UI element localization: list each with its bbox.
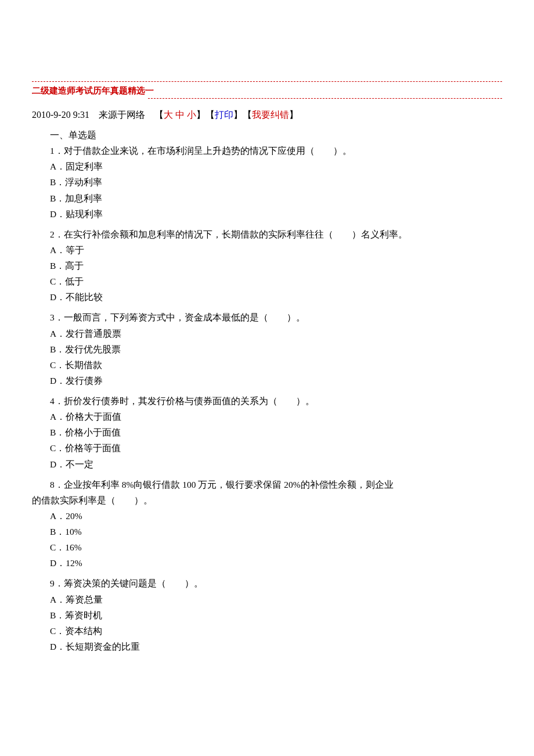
question-option: C．低于 — [32, 273, 502, 289]
question-stem: 3．一般而言，下列筹资方式中，资金成本最低的是（ ）。 — [32, 309, 502, 325]
question-stem: 8．企业按年利率 8%向银行借款 100 万元，银行要求保留 20%的补偿性余额… — [32, 477, 502, 492]
content-body: 一、单选题 1．对于借款企业来说，在市场利润呈上升趋势的情况下应使用（ ）。 A… — [32, 127, 502, 654]
question-option: D．长短期资金的比重 — [32, 639, 502, 654]
correction-group: 【我要纠错】 — [243, 110, 298, 120]
font-size-small[interactable]: 小 — [187, 110, 196, 120]
print-group: 【打印】 — [205, 110, 243, 120]
question-option: B．高于 — [32, 258, 502, 273]
question-option: C．16% — [32, 539, 502, 555]
document-page: 二级建造师考试历年真题精选一 2010-9-20 9:31 来源于网络 【大 中… — [0, 0, 534, 689]
question-option: C．资本结构 — [32, 623, 502, 639]
section-heading: 一、单选题 — [32, 127, 502, 143]
question-option: A．价格大于面值 — [32, 409, 502, 424]
question-option: A．等于 — [32, 242, 502, 258]
question-stem: 2．在实行补偿余额和加息利率的情况下，长期借款的实际利率往往（ ）名义利率。 — [32, 226, 502, 242]
question-option: C．长期借款 — [32, 357, 502, 373]
question-option: B．筹资时机 — [32, 607, 502, 623]
question-option: B．10% — [32, 524, 502, 539]
question-option: D．不一定 — [32, 456, 502, 472]
print-link[interactable]: 打印 — [215, 110, 233, 120]
question-option: A．固定利率 — [32, 159, 502, 174]
meta-source: 来源于网络 — [99, 110, 145, 120]
question-option: C．价格等于面值 — [32, 440, 502, 456]
question-option: B．发行优先股票 — [32, 341, 502, 357]
meta-line: 2010-9-20 9:31 来源于网络 【大 中 小】【打印】【我要纠错】 — [32, 109, 502, 121]
question-option: B．加息利率 — [32, 190, 502, 206]
document-title: 二级建造师考试历年真题精选一 — [32, 82, 154, 99]
font-size-large[interactable]: 大 — [164, 110, 173, 120]
question-stem: 4．折价发行债券时，其发行价格与债券面值的关系为（ ）。 — [32, 393, 502, 409]
question-stem: 9．筹资决策的关键问题是（ ）。 — [32, 575, 502, 591]
question-option: D．发行债券 — [32, 373, 502, 388]
question-option: D．贴现利率 — [32, 206, 502, 222]
question-stem-cont: 的借款实际利率是（ ）。 — [32, 492, 502, 508]
title-block: 二级建造师考试历年真题精选一 — [32, 81, 502, 99]
question-option: A．发行普通股票 — [32, 326, 502, 341]
question-option: D．12% — [32, 555, 502, 571]
question-option: B．浮动利率 — [32, 174, 502, 190]
question-option: A．20% — [32, 508, 502, 524]
dashed-line-bottom — [148, 98, 502, 99]
question-stem: 1．对于借款企业来说，在市场利润呈上升趋势的情况下应使用（ ）。 — [32, 143, 502, 159]
font-size-medium[interactable]: 中 — [175, 110, 185, 120]
question-option: D．不能比较 — [32, 289, 502, 305]
font-size-group: 【大 中 小】 — [154, 110, 205, 120]
question-option: A．筹资总量 — [32, 592, 502, 607]
meta-datetime: 2010-9-20 9:31 — [32, 110, 89, 120]
question-option: B．价格小于面值 — [32, 424, 502, 440]
correction-link[interactable]: 我要纠错 — [252, 110, 289, 120]
